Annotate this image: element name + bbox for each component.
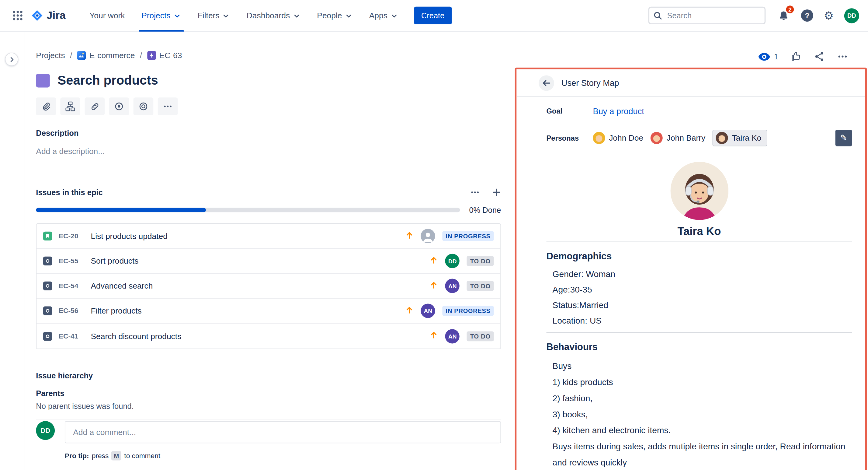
attach-button[interactable]: [36, 97, 56, 115]
issue-summary[interactable]: Filter products: [91, 306, 142, 315]
link-issue-button[interactable]: [85, 97, 104, 115]
comment-input[interactable]: [65, 421, 501, 443]
gear-icon: ⚙: [824, 9, 834, 22]
issue-summary[interactable]: Sort products: [91, 257, 139, 265]
nav-item[interactable]: Projects: [133, 0, 189, 31]
title-row: Search products: [36, 73, 158, 88]
user-story-map-panel: User Story Map Goal Buy a product Person…: [515, 67, 867, 470]
watch-button[interactable]: 1: [758, 52, 779, 61]
status-badge[interactable]: IN PROGRESS: [442, 231, 494, 241]
issue-row[interactable]: EC-54 Advanced search: [36, 274, 500, 299]
issue-key[interactable]: EC-20: [59, 232, 85, 240]
assignee-avatar[interactable]: [421, 229, 435, 243]
persona-chip[interactable]: Taira Ko: [713, 130, 768, 146]
plus-icon: [492, 188, 501, 197]
progress-bar: [36, 208, 460, 212]
status-badge[interactable]: IN PROGRESS: [442, 306, 494, 316]
persona-avatar-icon: [716, 132, 728, 144]
personas-row: Personas John Doe John Barry: [547, 130, 852, 146]
issue-summary[interactable]: List products updated: [91, 232, 167, 240]
issue-key[interactable]: EC-56: [59, 307, 85, 315]
issue-summary[interactable]: Search discount products: [91, 331, 182, 340]
sidebar-expand-button[interactable]: [5, 53, 18, 66]
priority-high-icon: [430, 256, 438, 266]
hierarchy-heading: Issue hierarchy: [36, 371, 501, 380]
link-icon: [89, 101, 100, 112]
persona-chips: John Doe John Barry Taira Ko: [593, 130, 767, 146]
nav-item[interactable]: Your work: [81, 0, 133, 31]
priority-high-icon: [430, 281, 438, 291]
primary-nav: Your work Projects Filters: [81, 0, 406, 31]
ellipsis-icon: [163, 101, 173, 111]
comment-protip: Pro tip: press M to comment: [65, 451, 501, 461]
nav-item[interactable]: Dashboards: [238, 0, 309, 31]
chevron-right-icon: [8, 56, 15, 63]
nav-item[interactable]: Filters: [189, 0, 238, 31]
add-child-issue-button[interactable]: [60, 97, 80, 115]
app-switcher-button[interactable]: [9, 7, 27, 24]
breadcrumb-issue[interactable]: EC-63: [147, 51, 182, 60]
settings-button[interactable]: ⚙: [824, 10, 834, 21]
status-badge[interactable]: TO DO: [467, 256, 494, 266]
chevron-down-icon: [345, 12, 352, 20]
target-dot-icon: [114, 101, 124, 112]
nav-item[interactable]: People: [309, 0, 361, 31]
assignee-avatar[interactable]: AN: [445, 329, 460, 343]
issue-row[interactable]: EC-41 Search discount products: [36, 324, 500, 349]
project-avatar-icon: [77, 51, 86, 60]
toolbar-more-button[interactable]: [158, 97, 178, 115]
breadcrumb-projects[interactable]: Projects: [36, 51, 65, 60]
breadcrumb-project[interactable]: E-commerce: [77, 51, 135, 60]
jira-logo-icon: [31, 9, 43, 22]
like-button[interactable]: [790, 51, 801, 62]
jira-logo[interactable]: Jira: [31, 9, 66, 22]
goal-link[interactable]: Buy a product: [593, 106, 644, 116]
persona-chip[interactable]: John Barry: [651, 130, 705, 146]
search-input[interactable]: [648, 7, 766, 24]
assignee-avatar[interactable]: DD: [445, 254, 460, 268]
chevron-down-icon: [222, 12, 230, 20]
more-actions-button[interactable]: [837, 51, 848, 62]
edit-personas-button[interactable]: ✎: [835, 130, 852, 146]
topbar-right: 2 ? ⚙ DD: [648, 7, 859, 24]
top-navbar: Jira Your work Projects: [0, 0, 868, 32]
issue-key[interactable]: EC-54: [59, 282, 85, 290]
logo-text: Jira: [46, 9, 66, 22]
paperclip-icon: [41, 101, 52, 112]
add-issue-button[interactable]: [492, 188, 501, 197]
create-button[interactable]: Create: [414, 7, 452, 24]
assignee-avatar[interactable]: AN: [445, 279, 460, 293]
parents-label: Parents: [36, 389, 501, 398]
persona-name-label: Taira Ko: [732, 134, 762, 143]
issue-key[interactable]: EC-55: [59, 257, 85, 265]
issue-summary[interactable]: Advanced search: [91, 282, 153, 290]
notifications-button[interactable]: 2: [776, 8, 790, 23]
app-grid-icon: [12, 10, 23, 21]
assignee-initials: AN: [448, 283, 457, 289]
epic-list-more-button[interactable]: [470, 187, 480, 197]
scope-button[interactable]: [109, 97, 129, 115]
behaviour-item: 4) kitchen and electronic items.: [553, 422, 852, 438]
epic-issue-list: EC-20 List products updated: [36, 224, 501, 349]
issue-row[interactable]: EC-56 Filter products: [36, 299, 500, 324]
status-badge[interactable]: TO DO: [467, 281, 494, 291]
epic-color-icon: [36, 74, 50, 88]
arrow-left-icon: [542, 79, 551, 87]
share-button[interactable]: [814, 51, 825, 62]
behaviour-item: 2) fashion,: [553, 390, 852, 406]
panel-back-button[interactable]: [538, 75, 554, 91]
description-placeholder[interactable]: Add a description...: [36, 147, 501, 155]
assignee-avatar[interactable]: AN: [421, 303, 435, 318]
issue-row[interactable]: EC-20 List products updated: [36, 224, 500, 249]
issue-key[interactable]: EC-41: [59, 332, 85, 340]
issue-type-icon: [43, 232, 52, 240]
nav-item[interactable]: Apps: [361, 0, 406, 31]
status-badge[interactable]: TO DO: [467, 331, 494, 341]
persona-chip[interactable]: John Doe: [593, 130, 643, 146]
help-button[interactable]: ?: [801, 9, 813, 22]
user-avatar[interactable]: DD: [844, 8, 859, 23]
issue-row[interactable]: EC-55 Sort products: [36, 249, 500, 274]
target-button[interactable]: [133, 97, 154, 115]
person-icon: [421, 230, 435, 243]
share-icon: [814, 51, 825, 62]
